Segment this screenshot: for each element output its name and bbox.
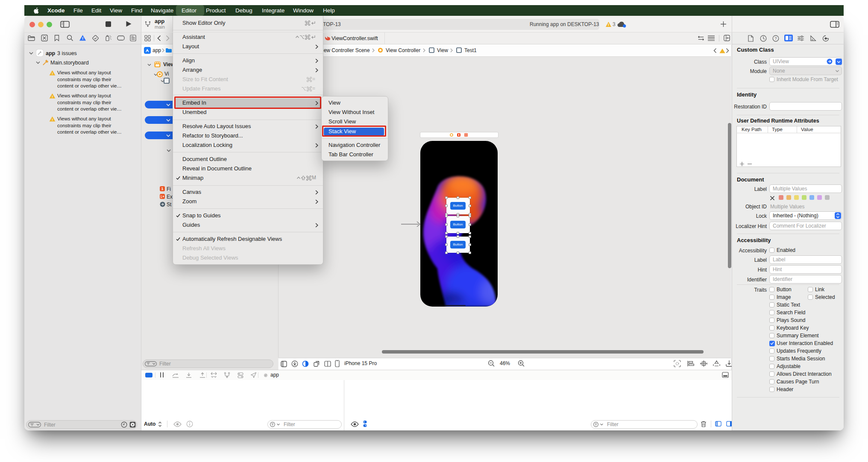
svg-text:!: ! [52, 95, 53, 99]
svg-text:!: ! [608, 23, 609, 27]
svg-text:!: ! [82, 36, 83, 41]
svg-text:!: ! [52, 118, 53, 122]
svg-text:?: ? [774, 36, 777, 41]
svg-text:!: ! [52, 72, 53, 76]
